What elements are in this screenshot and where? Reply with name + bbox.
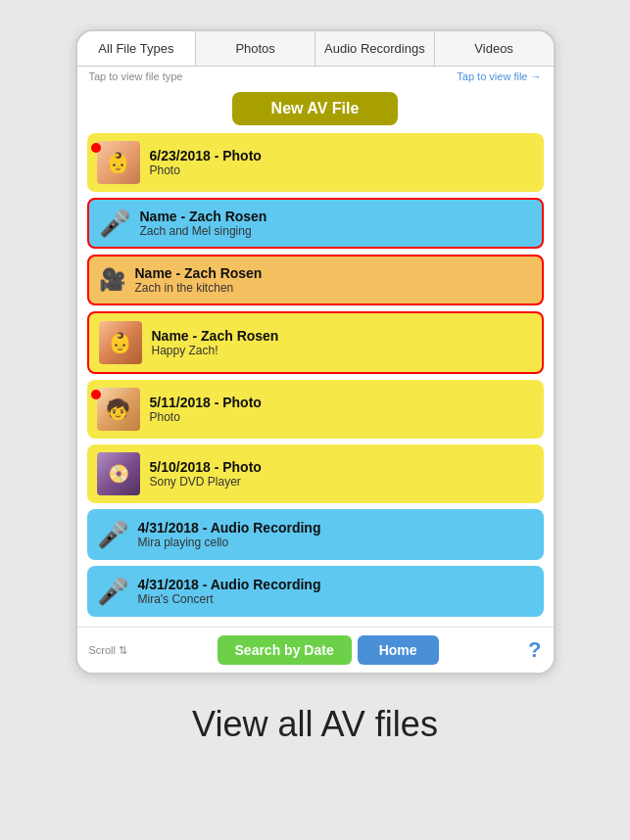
- thumbnail: 📀: [97, 452, 140, 495]
- scroll-label: Scroll ⇅: [89, 644, 128, 657]
- red-dot-icon: [91, 390, 101, 399]
- tab-photos[interactable]: Photos: [196, 31, 315, 66]
- list-item[interactable]: 👶 6/23/2018 - Photo Photo: [87, 133, 544, 192]
- thumbnail: 👶: [97, 141, 140, 184]
- thumb-wrap: 🎤: [97, 577, 128, 607]
- list-item[interactable]: 🎥 Name - Zach Rosen Zach in the kitchen: [87, 255, 544, 305]
- tab-all-file-types[interactable]: All File Types: [77, 31, 197, 66]
- new-av-file-button[interactable]: New AV File: [232, 92, 399, 125]
- file-text: 6/23/2018 - Photo Photo: [150, 148, 262, 177]
- thumbnail: 👶: [99, 321, 142, 364]
- thumb-wrap: 🧒: [97, 388, 140, 431]
- list-item[interactable]: 🎤 4/31/2018 - Audio Recording Mira's Con…: [87, 566, 544, 617]
- bottom-bar: Scroll ⇅ Search by Date Home ?: [77, 627, 554, 673]
- list-item[interactable]: 🧒 5/11/2018 - Photo Photo: [87, 380, 544, 439]
- search-by-date-button[interactable]: Search by Date: [218, 635, 352, 665]
- thumb-wrap: 🎥: [99, 267, 125, 293]
- microphone-icon: 🎤: [97, 520, 128, 550]
- thumbnail: 🧒: [97, 388, 140, 431]
- file-text: 4/31/2018 - Audio Recording Mira playing…: [138, 520, 321, 549]
- page-title: View all AV files: [192, 704, 438, 745]
- tab-audio-recordings[interactable]: Audio Recordings: [315, 31, 435, 66]
- red-dot-icon: [91, 143, 101, 153]
- file-text: Name - Zach Rosen Zach and Mel singing: [140, 209, 267, 238]
- home-button[interactable]: Home: [358, 635, 439, 665]
- bottom-buttons: Search by Date Home: [218, 635, 439, 665]
- tabs-bar: All File Types Photos Audio Recordings V…: [77, 31, 554, 67]
- help-icon[interactable]: ?: [528, 637, 541, 663]
- thumb-wrap: 🎤: [99, 209, 130, 239]
- file-text: 5/10/2018 - Photo Sony DVD Player: [150, 459, 262, 489]
- file-text: 5/11/2018 - Photo Photo: [150, 395, 262, 424]
- file-text: 4/31/2018 - Audio Recording Mira's Conce…: [138, 577, 321, 606]
- list-item[interactable]: 🎤 Name - Zach Rosen Zach and Mel singing: [87, 198, 544, 249]
- thumb-wrap: 📀: [97, 452, 140, 495]
- hint-left: Tap to view file type: [89, 70, 183, 82]
- new-av-btn-wrap: New AV File: [77, 86, 554, 133]
- device-frame: All File Types Photos Audio Recordings V…: [75, 29, 556, 675]
- microphone-icon: 🎤: [99, 209, 130, 239]
- thumb-wrap: 👶: [97, 141, 140, 184]
- video-camera-icon: 🎥: [99, 267, 125, 293]
- file-text: Name - Zach Rosen Zach in the kitchen: [135, 265, 263, 295]
- list-item[interactable]: 👶 Name - Zach Rosen Happy Zach!: [87, 311, 544, 374]
- file-text: Name - Zach Rosen Happy Zach!: [152, 328, 279, 357]
- file-list: 👶 6/23/2018 - Photo Photo 🎤 Name - Zach …: [77, 133, 554, 627]
- hint-right[interactable]: Tap to view file →: [457, 70, 541, 82]
- list-item[interactable]: 🎤 4/31/2018 - Audio Recording Mira playi…: [87, 509, 544, 560]
- hint-row: Tap to view file type Tap to view file →: [77, 67, 554, 86]
- list-item[interactable]: 📀 5/10/2018 - Photo Sony DVD Player: [87, 444, 544, 503]
- tab-videos[interactable]: Videos: [435, 31, 554, 66]
- thumb-wrap: 👶: [99, 321, 142, 364]
- microphone-icon: 🎤: [97, 577, 128, 607]
- thumb-wrap: 🎤: [97, 520, 128, 550]
